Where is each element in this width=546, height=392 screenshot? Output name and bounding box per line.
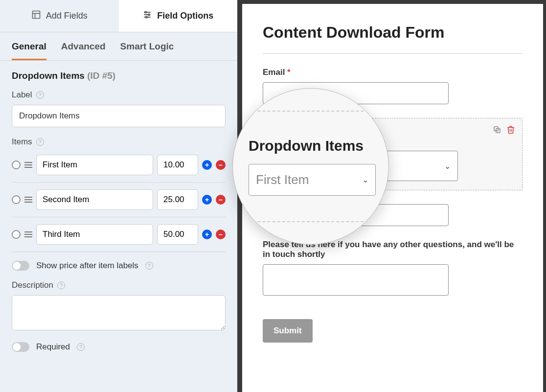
field-label: Email *: [263, 68, 523, 77]
svg-rect-0: [32, 11, 40, 19]
required-mark: *: [287, 68, 291, 77]
field-actions: [493, 125, 515, 136]
tab-add-fields[interactable]: Add Fields: [0, 0, 119, 32]
chevron-down-icon: ⌄: [362, 175, 368, 184]
default-radio[interactable]: [12, 195, 21, 204]
remove-item-button[interactable]: –: [216, 160, 226, 170]
submit-button[interactable]: Submit: [263, 319, 313, 343]
magnifier-dropdown: First Item ⌄: [249, 164, 376, 196]
svg-rect-12: [24, 197, 32, 198]
label-input[interactable]: [12, 105, 226, 127]
remove-item-button[interactable]: –: [216, 195, 226, 205]
svg-point-8: [146, 16, 147, 18]
help-icon[interactable]: ?: [77, 343, 85, 351]
help-icon[interactable]: ?: [57, 281, 65, 289]
show-price-toggle[interactable]: [12, 261, 29, 271]
item-price-input[interactable]: [157, 224, 198, 245]
add-item-button[interactable]: +: [202, 230, 212, 239]
drag-handle-icon[interactable]: [24, 196, 32, 204]
default-radio[interactable]: [12, 230, 21, 239]
item-label-input[interactable]: [36, 155, 153, 175]
builder-sidebar: Add Fields Field Options General Advance…: [0, 0, 237, 392]
field-heading: Dropdown Items (ID #5): [12, 70, 226, 81]
layout-icon: [31, 10, 41, 22]
sub-tabs: General Advanced Smart Logic: [0, 32, 237, 61]
item-row: + –: [12, 183, 226, 217]
svg-rect-13: [24, 199, 32, 200]
magnifier-overlay: Dropdown Items First Item ⌄: [232, 88, 389, 245]
field-heading-id: (ID #5): [87, 70, 115, 81]
tab-label: Field Options: [157, 11, 213, 21]
email-label-text: Email: [263, 68, 285, 77]
magnifier-label: Dropdown Items: [249, 138, 379, 154]
field-heading-title: Dropdown Items: [12, 70, 85, 81]
items-list: + – + –: [12, 152, 226, 252]
help-icon[interactable]: ?: [36, 91, 44, 99]
label-text: Description: [12, 280, 53, 290]
form-title: Content Download Form: [263, 23, 523, 42]
item-label-input[interactable]: [36, 189, 153, 210]
svg-point-7: [148, 14, 150, 15]
label-text: Items: [12, 137, 32, 147]
toggle-label: Required: [36, 342, 70, 352]
chevron-down-icon: ⌄: [444, 161, 451, 171]
drag-handle-icon[interactable]: [24, 161, 32, 169]
svg-rect-9: [24, 162, 32, 163]
questions-field: Please tell us here if you have any othe…: [263, 240, 523, 296]
panel-content: Dropdown Items (ID #5) Label ? Items ?: [0, 61, 237, 366]
option-items-group: Items ? + –: [12, 137, 226, 271]
divider: [263, 53, 523, 54]
option-label: Items ?: [12, 137, 226, 147]
default-radio[interactable]: [12, 161, 21, 169]
magnifier-selected-value: First Item: [256, 172, 309, 187]
duplicate-icon[interactable]: [493, 125, 501, 136]
option-label: Description ?: [12, 280, 226, 290]
sliders-icon: [142, 10, 152, 22]
option-label: Label ?: [12, 90, 226, 100]
drag-handle-icon[interactable]: [24, 231, 32, 238]
item-row: + –: [12, 152, 226, 183]
item-row: + –: [12, 217, 226, 252]
item-label-input[interactable]: [36, 224, 153, 245]
top-tabs: Add Fields Field Options: [0, 0, 237, 32]
trash-icon[interactable]: [506, 125, 515, 136]
option-description-group: Description ?: [12, 280, 226, 332]
svg-rect-11: [24, 167, 32, 168]
toggle-label: Show price after item labels: [36, 261, 138, 271]
sub-tab-smart-logic[interactable]: Smart Logic: [120, 41, 174, 60]
svg-rect-15: [24, 231, 32, 232]
label-text: Label: [12, 90, 32, 100]
help-icon[interactable]: ?: [145, 262, 153, 270]
remove-item-button[interactable]: –: [216, 230, 226, 239]
sub-tab-general[interactable]: General: [12, 41, 46, 60]
tab-label: Add Fields: [46, 11, 88, 21]
add-item-button[interactable]: +: [202, 160, 212, 170]
required-toggle-row: Required ?: [12, 342, 226, 352]
sub-tab-advanced[interactable]: Advanced: [61, 41, 106, 60]
svg-point-6: [145, 11, 146, 13]
svg-rect-16: [24, 234, 32, 235]
svg-rect-14: [24, 202, 32, 203]
questions-textarea[interactable]: [263, 264, 449, 296]
item-price-input[interactable]: [157, 155, 198, 175]
svg-rect-17: [24, 236, 32, 237]
svg-rect-10: [24, 164, 32, 165]
add-item-button[interactable]: +: [202, 195, 212, 205]
required-toggle[interactable]: [12, 342, 29, 352]
help-icon[interactable]: ?: [36, 138, 44, 146]
option-label-group: Label ?: [12, 90, 226, 127]
tab-field-options[interactable]: Field Options: [119, 0, 238, 32]
show-price-toggle-row: Show price after item labels ?: [12, 261, 226, 271]
item-price-input[interactable]: [157, 189, 198, 210]
description-textarea[interactable]: [12, 295, 226, 330]
